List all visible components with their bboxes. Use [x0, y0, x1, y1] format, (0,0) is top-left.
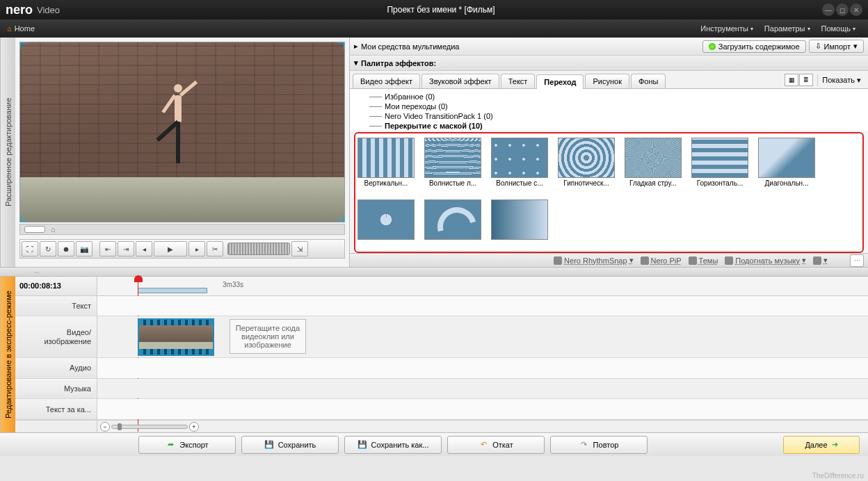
transition-thumb[interactable]	[424, 199, 482, 248]
load-content-button[interactable]: Загрузить содержимое	[702, 40, 806, 53]
track-caption: Текст за ка...	[15, 399, 868, 420]
prev-frame-button[interactable]: ◂	[136, 241, 152, 256]
zoom-in-button[interactable]: +	[189, 422, 199, 432]
tool-pip[interactable]: Nero PiP	[641, 256, 682, 265]
tab-audio-effect[interactable]: Звуковой эффект	[421, 74, 499, 88]
footer-bar: ➦Экспорт 💾Сохранить 💾Сохранить как... ↶О…	[0, 432, 868, 456]
tool-fit-music[interactable]: Подогнать музыку▾	[725, 256, 806, 265]
record-button[interactable]: ⏺	[58, 241, 74, 256]
split-button[interactable]: ✂	[207, 241, 223, 256]
redo-icon: ↷	[579, 440, 589, 450]
preview-viewport[interactable]	[19, 42, 345, 222]
snapshot-button[interactable]: 📷	[76, 241, 93, 256]
tool-themes[interactable]: Темы	[689, 256, 718, 265]
app-brand: nero Video	[6, 3, 60, 17]
transition-thumb[interactable]: Волнистые с...	[490, 138, 549, 194]
view-grid-button[interactable]: ▦	[785, 74, 798, 86]
close-button[interactable]: ✕	[850, 3, 862, 16]
view-list-button[interactable]: ≣	[799, 74, 813, 86]
tab-text[interactable]: Текст	[501, 74, 536, 88]
export-icon: ➦	[166, 440, 175, 450]
tab-picture[interactable]: Рисунок	[585, 74, 629, 88]
undo-button[interactable]: ↶Откат	[447, 436, 545, 454]
transition-thumb[interactable]: Горизонталь...	[691, 138, 749, 194]
menu-help[interactable]: Помощь▾	[816, 24, 862, 33]
tab-video-effect[interactable]: Видео эффект	[353, 74, 420, 88]
save-as-button[interactable]: 💾Сохранить как...	[344, 436, 442, 454]
lane-music[interactable]	[97, 379, 868, 399]
save-button[interactable]: 💾Сохранить	[241, 436, 339, 454]
chevron-down-icon: ▾	[857, 76, 861, 85]
tool-rhythmsnap[interactable]: Nero RhythmSnap▾	[554, 256, 634, 265]
import-icon: ⇩	[815, 42, 821, 51]
export-button[interactable]: ➦Экспорт	[138, 436, 236, 454]
tool-mic[interactable]: ▾	[813, 256, 828, 265]
scroll-thumb[interactable]	[24, 226, 45, 233]
show-filter-button[interactable]: Показать▾	[817, 74, 865, 86]
mic-icon	[813, 256, 821, 265]
download-icon	[709, 43, 716, 50]
project-title: Проект без имени * [Фильм]	[60, 5, 822, 15]
transition-thumb[interactable]: Диагональн...	[757, 138, 816, 194]
play-button[interactable]: ▶	[154, 241, 187, 256]
track-label-caption: Текст за ка...	[15, 399, 97, 419]
lane-text[interactable]	[97, 296, 868, 316]
thumb-label: Волнистые с...	[490, 179, 549, 187]
jog-wheel[interactable]	[227, 243, 290, 255]
drop-hint[interactable]: Перетащите сюда видеоклип или изображени…	[230, 319, 306, 354]
transition-thumb[interactable]: Волнистые л...	[424, 138, 482, 194]
tab-transition[interactable]: Переход	[536, 74, 584, 89]
tree-my-transitions[interactable]: Мои переходы (0)	[355, 101, 862, 111]
side-tab-express[interactable]: Редактирование в экспресс-режиме	[0, 277, 15, 432]
video-clip[interactable]	[138, 318, 214, 356]
menu-options[interactable]: Параметры▾	[759, 24, 816, 33]
transition-thumb[interactable]: Гипнотическ...	[557, 138, 616, 194]
minimize-button[interactable]: —	[822, 3, 835, 16]
tree-mask-overlay[interactable]: Перекрытие с маской (10)	[355, 121, 862, 131]
thumb-preview	[491, 199, 548, 240]
music-icon	[725, 256, 733, 265]
my-media-toggle[interactable]: ▸Мои средства мультимедиа	[354, 42, 702, 51]
goto-end-button[interactable]: ⇲	[291, 241, 308, 256]
next-frame-button[interactable]: ▸	[188, 241, 205, 256]
lane-audio[interactable]	[97, 358, 868, 378]
palette-header[interactable]: ▾Палитра эффектов:	[350, 56, 868, 71]
fullscreen-button[interactable]: ⛶	[22, 241, 38, 256]
thumb-preview	[625, 138, 682, 178]
tab-backgrounds[interactable]: Фоны	[631, 74, 666, 88]
tree-transition-pack[interactable]: Nero Video TransitionPack 1 (0)	[355, 111, 862, 121]
mark-in-button[interactable]: ⇤	[99, 241, 116, 256]
thumb-label: Гипнотическ...	[557, 179, 616, 187]
zoom-slider[interactable]	[111, 425, 188, 429]
track-label-audio: Аудио	[15, 358, 97, 378]
transition-thumb[interactable]	[357, 199, 415, 248]
thumb-label: Вертикальн...	[357, 179, 415, 187]
zoom-out-button[interactable]: −	[100, 422, 110, 432]
selection-range[interactable]	[138, 288, 207, 293]
home-button[interactable]: ⌂ Home	[7, 24, 35, 33]
timeline-collapse-bar[interactable]: ︿	[0, 267, 868, 277]
transition-thumb[interactable]	[490, 199, 549, 248]
next-button[interactable]: Далее➔	[783, 436, 860, 454]
mark-out-button[interactable]: ⇥	[118, 241, 134, 256]
thumb-preview	[691, 138, 748, 178]
redo-button[interactable]: ↷Повтор	[550, 436, 648, 454]
transition-thumb[interactable]: Гладкая стру...	[624, 138, 682, 194]
timeline-ruler[interactable]: 3m33s	[97, 277, 868, 295]
media-bar: ▸Мои средства мультимедиа Загрузить соде…	[350, 38, 868, 56]
chevron-down-icon: ▾	[853, 26, 855, 32]
transition-thumb[interactable]: Вертикальн...	[357, 138, 415, 194]
menu-tools[interactable]: Инструменты▾	[695, 24, 759, 33]
tool-extra-button[interactable]: ⋯	[850, 254, 864, 267]
maximize-button[interactable]: ◻	[836, 3, 849, 16]
lane-caption[interactable]	[97, 399, 868, 419]
tree-favorites[interactable]: Избранное (0)	[355, 92, 862, 101]
preview-scrollbar[interactable]: ⌂	[19, 224, 345, 235]
window-controls: — ◻ ✕	[822, 3, 862, 16]
thumb-preview	[558, 138, 615, 178]
loop-button[interactable]: ↻	[40, 241, 56, 256]
scissors-icon	[554, 256, 562, 265]
side-tab-advanced[interactable]: Расширенное редактирование	[0, 38, 15, 267]
import-button[interactable]: ⇩Импорт▾	[809, 40, 864, 53]
lane-video[interactable]: A-Z of dance.mp4 Перетащите сюда видеокл…	[97, 316, 868, 357]
